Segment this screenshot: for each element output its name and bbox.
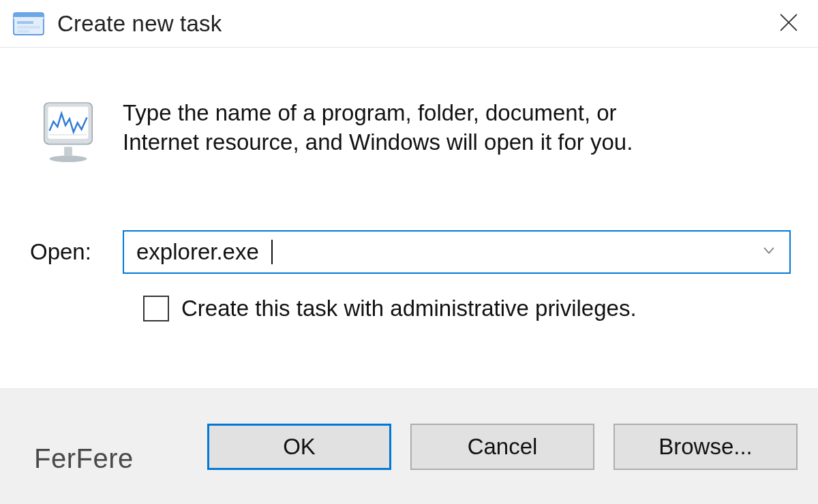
open-label: Open: xyxy=(27,239,123,265)
open-row: Open: xyxy=(27,230,791,274)
run-dialog-icon xyxy=(12,12,45,36)
svg-rect-2 xyxy=(14,17,44,19)
cancel-button[interactable]: Cancel xyxy=(410,424,594,470)
svg-rect-3 xyxy=(17,21,33,24)
cancel-button-label: Cancel xyxy=(468,434,538,460)
svg-rect-5 xyxy=(17,30,29,33)
instruction-text: Type the name of a program, folder, docu… xyxy=(109,99,695,157)
open-combobox[interactable] xyxy=(123,230,791,274)
close-button[interactable] xyxy=(759,0,818,48)
titlebar-title: Create new task xyxy=(57,11,222,37)
dialog-footer: FerFere OK Cancel Browse... xyxy=(0,388,818,504)
dialog-body: Type the name of a program, folder, docu… xyxy=(0,48,818,349)
browse-button-label: Browse... xyxy=(658,434,753,460)
titlebar: Create new task xyxy=(0,0,818,48)
browse-button[interactable]: Browse... xyxy=(614,424,798,470)
open-dropdown-button[interactable] xyxy=(757,232,781,272)
ok-button-label: OK xyxy=(283,434,316,460)
ok-button[interactable]: OK xyxy=(207,424,391,470)
close-icon xyxy=(777,11,800,37)
admin-checkbox-row: Create this task with administrative pri… xyxy=(27,296,791,321)
instruction-row: Type the name of a program, folder, docu… xyxy=(27,99,791,166)
text-caret xyxy=(271,240,273,264)
create-new-task-dialog: Create new task xyxy=(0,0,818,504)
run-program-icon xyxy=(27,99,109,166)
svg-rect-7 xyxy=(64,147,72,157)
open-input[interactable] xyxy=(136,232,757,272)
watermark-text: FerFere xyxy=(34,443,134,474)
svg-rect-4 xyxy=(17,26,40,29)
admin-checkbox-label: Create this task with administrative pri… xyxy=(181,296,637,321)
admin-checkbox[interactable] xyxy=(143,296,169,321)
svg-point-6 xyxy=(50,155,87,162)
chevron-down-icon xyxy=(761,243,776,261)
